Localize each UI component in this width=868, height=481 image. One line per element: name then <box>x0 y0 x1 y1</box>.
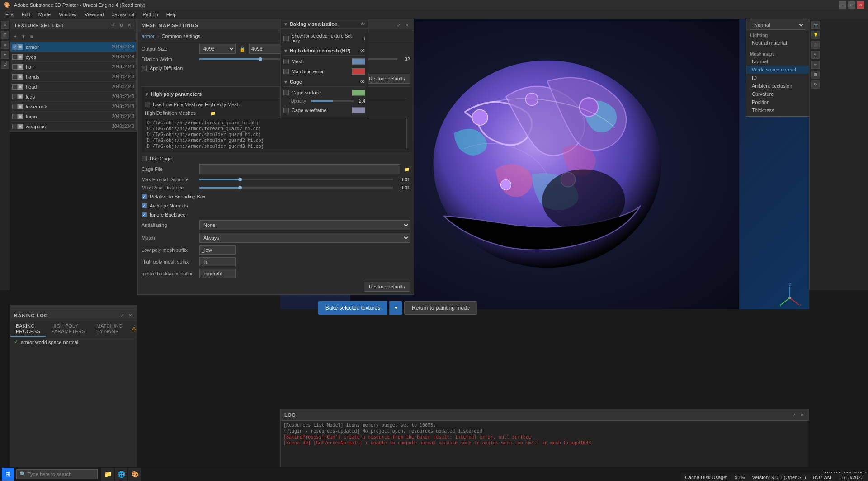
baking-log-expand[interactable]: ⤢ <box>119 312 125 319</box>
ts-check-torso[interactable] <box>12 114 18 119</box>
output-size-input[interactable] <box>249 44 285 54</box>
ts-row-hair[interactable]: ▣ hair 2048x2048 <box>10 62 136 72</box>
bake-selected-button[interactable]: Bake selected textures <box>318 301 387 315</box>
taskbar-app-2[interactable]: 🌐 <box>115 468 127 481</box>
cage-file-browse[interactable]: 📁 <box>404 166 410 172</box>
cage-surface-color[interactable] <box>352 90 365 96</box>
menu-edit[interactable]: Edit <box>18 11 34 18</box>
show-selected-check[interactable] <box>283 36 289 41</box>
ts-add-button[interactable]: + <box>12 33 19 40</box>
layers-icon[interactable]: ≡ <box>1 21 9 29</box>
menu-file[interactable]: File <box>2 11 17 18</box>
taskbar-app-1[interactable]: 📁 <box>101 468 114 481</box>
frontal-slider-thumb[interactable] <box>238 178 242 181</box>
cage-opacity-slider[interactable] <box>311 100 354 102</box>
effect-icon[interactable]: ✦ <box>1 51 9 59</box>
cage-file-input[interactable] <box>199 164 400 174</box>
rear-slider-thumb[interactable] <box>238 186 242 189</box>
dropdown-neutral-material[interactable]: Neutral material <box>746 39 809 47</box>
dropdown-thickness[interactable]: Thickness <box>746 106 809 114</box>
restore-defaults-btn-2[interactable]: Restore defaults <box>364 282 410 292</box>
rotate-icon[interactable]: ↻ <box>811 80 820 89</box>
ts-row-eyes[interactable]: ▣ eyes 2048x2048 <box>10 52 136 62</box>
ts-row-armor[interactable]: ▣ armor 2048x2048 <box>10 42 136 52</box>
start-button[interactable]: ⊞ <box>2 468 14 481</box>
ts-check-hands[interactable] <box>12 74 18 80</box>
brush-icon[interactable]: 🖌 <box>1 61 9 69</box>
use-cage-check[interactable] <box>142 156 147 161</box>
ignore-bf-suffix-input[interactable] <box>199 269 236 278</box>
ts-check-lowertunk[interactable] <box>12 104 18 109</box>
ts-check-hair[interactable] <box>12 64 18 70</box>
lock-icon[interactable]: 🔒 <box>239 46 245 52</box>
mesh-map-expand[interactable]: ⤢ <box>396 22 402 28</box>
search-bar[interactable]: 🔍 Type here to search <box>16 469 98 479</box>
texture-icon[interactable]: ⊞ <box>1 31 9 39</box>
baking-log-close[interactable]: ✕ <box>127 312 133 319</box>
output-size-select[interactable]: 4096 2048 1024 <box>199 44 236 54</box>
video-icon[interactable]: 🎥 <box>811 41 820 49</box>
menu-mode[interactable]: Mode <box>35 11 55 18</box>
breadcrumb-parent[interactable]: armor <box>142 33 155 39</box>
antialiasing-select[interactable]: None 2x 4x <box>199 220 410 230</box>
menu-python[interactable]: Python <box>139 11 162 18</box>
texture-set-settings[interactable]: ⚙ <box>118 22 124 28</box>
pointer-icon[interactable]: ↖ <box>811 51 820 59</box>
average-normals-check[interactable] <box>142 203 147 208</box>
ts-row-weapons[interactable]: ▣ weapons 2048x2048 <box>10 122 136 132</box>
dropdown-curvature[interactable]: Curvature <box>746 90 809 98</box>
mesh-map-close[interactable]: ✕ <box>404 22 410 28</box>
ts-check-eyes[interactable] <box>12 54 18 60</box>
cage-wireframe-color[interactable] <box>352 107 365 113</box>
tab-baking-process[interactable]: BAKING PROCESS <box>10 321 46 337</box>
hp-viz-header[interactable]: ▼ High definition mesh (HP) 👁 <box>283 46 365 56</box>
ts-row-torso[interactable]: ▣ torso 2048x2048 <box>10 112 136 122</box>
close-button[interactable]: ✕ <box>857 1 864 9</box>
restore-defaults-btn[interactable]: Restore defaults <box>364 74 410 84</box>
minimize-button[interactable]: — <box>839 1 846 9</box>
cage-wireframe-check[interactable] <box>283 108 289 113</box>
ts-check-weapons[interactable] <box>12 124 18 129</box>
ts-row-hands[interactable]: ▣ hands 2048x2048 <box>10 72 136 82</box>
ts-check-legs[interactable] <box>12 94 18 99</box>
taskbar-app-3[interactable]: 🎨 <box>128 468 141 481</box>
maximize-button[interactable]: □ <box>848 1 855 9</box>
texture-set-refresh[interactable]: ↺ <box>110 22 116 28</box>
hd-meshes-add[interactable]: 📁 <box>210 110 216 116</box>
matching-error-color[interactable] <box>352 68 365 75</box>
log-expand[interactable]: ⤢ <box>791 412 797 418</box>
hp-mesh-check[interactable] <box>283 59 289 64</box>
camera-icon[interactable]: 📷 <box>811 21 820 29</box>
ts-view-button[interactable]: 👁 <box>20 33 27 40</box>
ts-row-legs[interactable]: ▣ legs 2048x2048 <box>10 92 136 102</box>
menu-help[interactable]: Help <box>163 11 180 18</box>
baking-viz-header[interactable]: ▼ Baking visualization 👁 <box>281 19 368 29</box>
tab-high-poly-params[interactable]: HIGH POLY PARAMETERS <box>46 321 91 337</box>
apply-diffusion-check[interactable] <box>142 66 147 71</box>
ts-row-lowertunk[interactable]: ▣ lowertunk 2048x2048 <box>10 102 136 112</box>
bake-dropdown-button[interactable]: ▼ <box>389 301 402 315</box>
return-to-painting-button[interactable]: Return to painting mode <box>404 301 477 315</box>
cage-viz-header[interactable]: ▼ Cage 👁 <box>283 77 365 87</box>
hp-mesh-color[interactable] <box>352 58 365 65</box>
ts-check-head[interactable] <box>12 84 18 90</box>
ts-menu-button[interactable]: ≡ <box>28 33 35 40</box>
rear-slider-track[interactable] <box>199 187 393 189</box>
high-poly-suffix-input[interactable] <box>199 257 236 266</box>
tab-matching-by-name[interactable]: MATCHING BY NAME <box>91 321 129 337</box>
frontal-slider-track[interactable] <box>199 179 393 180</box>
grid-icon[interactable]: ⊞ <box>811 71 820 79</box>
ts-row-head[interactable]: ▣ head 2048x2048 <box>10 82 136 92</box>
dropdown-position[interactable]: Position <box>746 98 809 106</box>
cage-surface-check[interactable] <box>283 90 289 95</box>
matching-error-check[interactable] <box>283 69 289 74</box>
menu-javascript[interactable]: Javascript <box>108 11 138 18</box>
texture-set-close[interactable]: ✕ <box>126 22 132 28</box>
dropdown-normal[interactable]: Normal <box>746 57 809 66</box>
menu-window[interactable]: Window <box>55 11 80 18</box>
use-low-poly-check[interactable] <box>145 102 150 107</box>
dilation-slider-thumb[interactable] <box>259 57 262 61</box>
pen-icon[interactable]: ✏ <box>811 61 820 69</box>
dropdown-world-space-normal[interactable]: World space normal <box>746 66 809 74</box>
material-icon[interactable]: ◈ <box>1 41 9 49</box>
